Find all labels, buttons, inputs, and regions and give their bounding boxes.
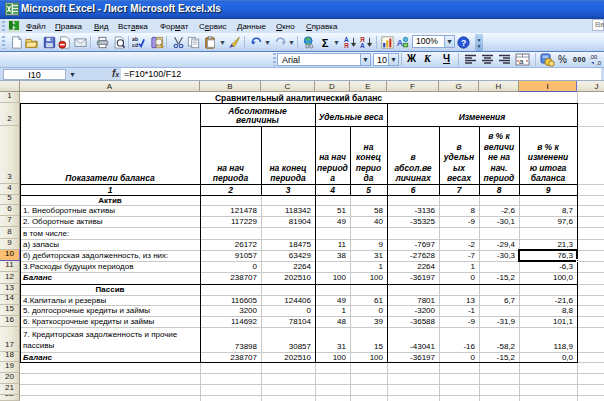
svg-text:?: ? [461,38,466,48]
svg-text:A: A [397,38,404,48]
svg-text:А: А [360,42,365,49]
svg-text:Σ: Σ [322,37,329,49]
svg-text:Я: Я [344,42,349,49]
svg-text:,0: ,0 [596,60,602,66]
svg-text:a: a [519,57,524,66]
svg-text:cd: cd [132,42,138,48]
